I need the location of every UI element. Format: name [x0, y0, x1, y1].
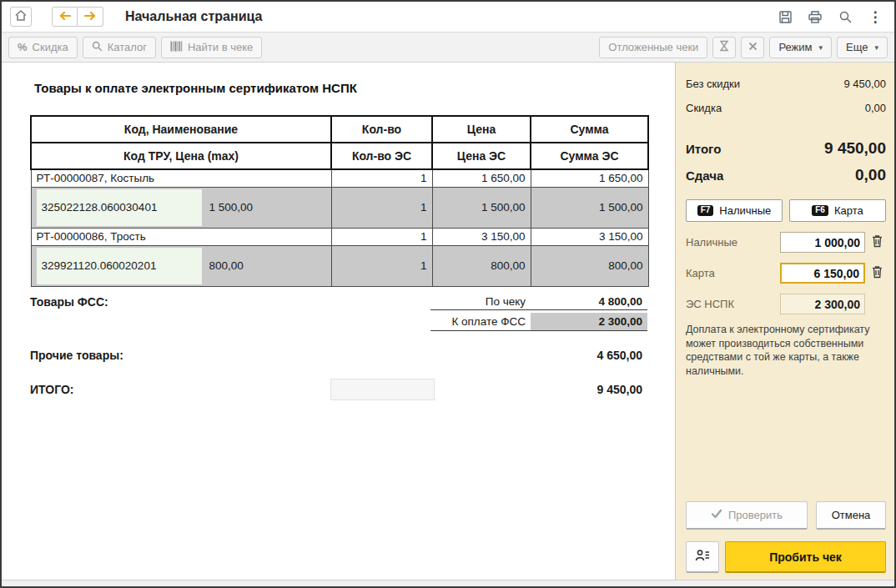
card-button[interactable]: F6 Карта: [789, 199, 886, 222]
print-icon[interactable]: [806, 8, 824, 26]
fss-due-row: К оплате ФСС 2 300,00: [30, 312, 647, 332]
close-x-icon: [748, 41, 758, 53]
cert-code-cell: 325022128.060030401 1 500,00: [31, 187, 331, 228]
cash-button-label: Наличные: [719, 204, 771, 217]
item-price: 1 650,00: [432, 169, 531, 187]
table-row-certificate[interactable]: 329921120.060020201 800,00 1 800,00 800,…: [31, 245, 648, 286]
by-receipt-value: 4 800,00: [531, 294, 647, 309]
catalog-button[interactable]: Каталог: [83, 37, 156, 58]
payment-method-buttons: F7 Наличные F6 Карта: [686, 199, 886, 222]
card-field-row: Карта: [686, 263, 886, 284]
customer-button[interactable]: [686, 541, 719, 573]
cancel-button[interactable]: Отмена: [816, 501, 886, 530]
home-button[interactable]: [10, 7, 32, 27]
cert-max-price: 1 500,00: [202, 189, 326, 226]
search-document-icon[interactable]: [836, 8, 854, 26]
card-amount-input[interactable]: [780, 263, 865, 284]
chevron-down-icon: ▾: [874, 43, 878, 52]
item-name: РТ-00000086, Трость: [31, 228, 331, 245]
back-button[interactable]: [52, 7, 78, 27]
find-in-receipt-button[interactable]: Найти в чеке: [161, 37, 262, 58]
table-row-item[interactable]: РТ-00000087, Костыль 1 1 650,00 1 650,00: [31, 169, 648, 187]
table-row-item[interactable]: РТ-00000086, Трость 1 3 150,00 3 150,00: [31, 228, 648, 245]
header-qty: Кол-во: [331, 116, 432, 143]
item-price: 3 150,00: [432, 228, 531, 245]
forward-button[interactable]: [78, 7, 103, 27]
barcode-icon: [170, 41, 183, 54]
cert-qty: 1: [331, 187, 432, 228]
clear-button[interactable]: [741, 37, 764, 58]
table-row-certificate[interactable]: 325022128.060030401 1 500,00 1 1 500,00 …: [31, 187, 648, 228]
trash-icon: [871, 265, 883, 281]
receipt-summary: Товары ФСС: По чеку 4 800,00 К оплате ФС…: [30, 292, 647, 400]
card-field-label: Карта: [686, 267, 780, 279]
save-icon[interactable]: [776, 8, 794, 26]
header-price: Цена: [432, 116, 531, 143]
cert-code-cell: 329921120.060020201 800,00: [31, 245, 331, 286]
home-icon: [14, 9, 28, 24]
menu-dots-icon[interactable]: ⋮: [866, 8, 884, 26]
cash-amount-input[interactable]: [780, 232, 865, 253]
submit-receipt-button[interactable]: Пробить чек: [725, 541, 886, 573]
discount-label: Скидка: [686, 102, 722, 114]
fss-due-value: 2 300,00: [531, 313, 647, 330]
hourglass-button[interactable]: [712, 37, 736, 58]
toolbar: % Скидка Каталог Найти в чеке Отложенные…: [2, 33, 894, 63]
customer-icon: [695, 549, 710, 565]
change-value: 0,00: [855, 166, 886, 184]
grand-total-input[interactable]: [330, 379, 435, 400]
more-label: Еще: [846, 41, 868, 53]
card-button-label: Карта: [834, 204, 863, 217]
cancel-button-label: Отмена: [832, 509, 871, 521]
cert-qty: 1: [331, 245, 432, 286]
item-qty: 1: [331, 228, 432, 245]
grand-total-row: ИТОГО: 9 450,00: [30, 379, 647, 400]
header-sum: Сумма: [531, 116, 648, 143]
total-label: Итого: [686, 142, 721, 156]
more-button[interactable]: Еще ▾: [837, 37, 888, 58]
fss-label: Товары ФСС:: [30, 295, 108, 309]
top-bar: Начальная страница ⋮: [2, 2, 894, 33]
by-receipt-label: По чеку: [430, 295, 531, 308]
header-price-es: Цена ЭС: [432, 143, 531, 169]
cert-tru-code: 325022128.060030401: [37, 189, 202, 226]
clear-cash-button[interactable]: [868, 234, 886, 252]
clear-card-button[interactable]: [868, 264, 886, 283]
total-row: Итого 9 450,00: [686, 139, 886, 158]
no-discount-value: 9 450,00: [843, 78, 886, 90]
other-goods-label: Прочие товары:: [30, 349, 123, 362]
header-tru-code: Код ТРУ, Цена (max): [31, 143, 331, 169]
total-value: 9 450,00: [824, 139, 886, 158]
grand-total-label: ИТОГО:: [30, 383, 330, 396]
trash-icon: [871, 234, 883, 250]
topbar-actions: ⋮: [776, 8, 886, 26]
other-goods-value: 4 650,00: [531, 349, 647, 362]
nav-arrows: [52, 7, 103, 27]
mode-button[interactable]: Режим ▾: [769, 37, 832, 58]
verify-button[interactable]: Проверить: [686, 501, 808, 530]
cert-max-price: 800,00: [202, 248, 326, 284]
verify-button-label: Проверить: [728, 509, 783, 521]
receipt-table: Код, Наименование Кол-во Цена Сумма Код …: [30, 115, 649, 287]
item-sum: 1 650,00: [531, 169, 648, 187]
discount-value: 0,00: [865, 102, 886, 114]
item-sum: 3 150,00: [531, 228, 648, 245]
cash-button[interactable]: F7 Наличные: [686, 199, 783, 222]
deferred-receipts-button[interactable]: Отложенные чеки: [599, 37, 707, 58]
table-header-row-2: Код ТРУ, Цена (max) Кол-во ЭС Цена ЭС Су…: [31, 143, 648, 169]
find-in-receipt-label: Найти в чеке: [188, 41, 253, 53]
submit-row: Пробить чек: [686, 541, 886, 573]
toolbar-right: Отложенные чеки Режим ▾ Еще ▾: [599, 37, 888, 58]
discount-button[interactable]: % Скидка: [8, 37, 78, 58]
item-qty: 1: [331, 169, 432, 187]
check-icon: [711, 509, 722, 521]
header-qty-es: Кол-во ЭС: [331, 143, 432, 169]
no-discount-label: Без скидки: [686, 78, 740, 90]
grand-total-value: 9 450,00: [531, 383, 647, 396]
page-title: Начальная страница: [125, 9, 262, 24]
action-buttons: Проверить Отмена: [686, 501, 886, 530]
item-name: РТ-00000087, Костыль: [31, 169, 331, 187]
header-sum-es: Сумма ЭС: [531, 143, 648, 169]
catalog-label: Каталог: [108, 41, 147, 53]
es-nspk-value: 2 300,00: [780, 294, 865, 314]
